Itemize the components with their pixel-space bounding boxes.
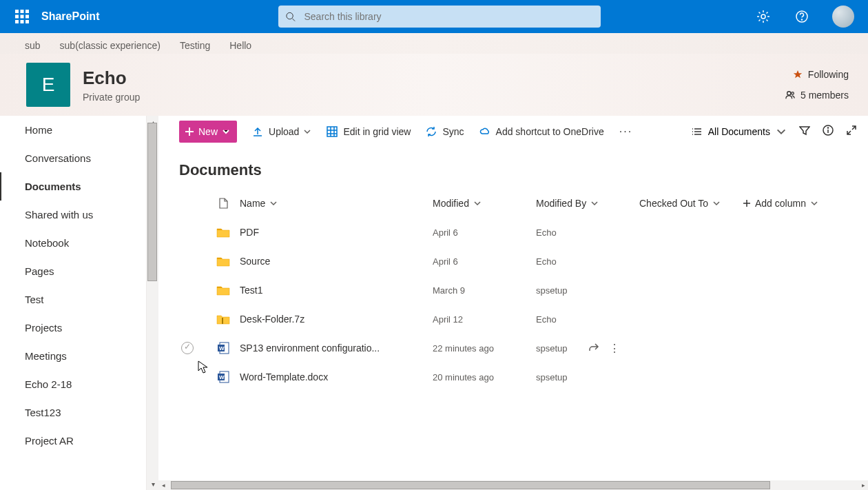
- top-link-item[interactable]: sub: [25, 40, 41, 51]
- sidebar-scrollbar[interactable]: ▴ ▾: [146, 116, 158, 490]
- table-row[interactable]: WWord-Template.docx20 minutes agospsetup: [168, 363, 868, 391]
- row-name[interactable]: SP13 environment configuratio...: [240, 343, 433, 354]
- edit-grid-button[interactable]: Edit in grid view: [327, 126, 411, 137]
- chevron-down-icon: [590, 199, 599, 207]
- site-name[interactable]: Echo: [83, 68, 140, 89]
- row-select[interactable]: [168, 342, 207, 354]
- top-link-item[interactable]: Testing: [180, 40, 210, 51]
- people-icon: [785, 90, 795, 100]
- members-label: 5 members: [800, 90, 849, 101]
- site-logo[interactable]: E: [26, 63, 70, 107]
- view-selector[interactable]: All Documents: [692, 126, 787, 137]
- sidebar-item[interactable]: Documents: [0, 172, 158, 201]
- sidebar-item[interactable]: Projects: [0, 314, 158, 342]
- row-more-button[interactable]: ⋮: [609, 342, 620, 355]
- row-name[interactable]: Word-Template.docx: [240, 371, 433, 382]
- sync-button[interactable]: Sync: [426, 126, 464, 137]
- table-row[interactable]: Test1March 9spsetup: [168, 276, 868, 305]
- upload-button[interactable]: Upload: [252, 126, 311, 137]
- column-checked-out[interactable]: Checked Out To: [639, 198, 743, 209]
- sidebar-item[interactable]: Meetings: [0, 342, 158, 370]
- table-row[interactable]: SourceApril 6Echo: [168, 247, 868, 276]
- sidebar[interactable]: HomeConversationsDocumentsShared with us…: [0, 116, 158, 490]
- add-shortcut-button[interactable]: Add shortcut to OneDrive: [479, 126, 604, 137]
- search-box[interactable]: [278, 6, 601, 28]
- row-modified-by[interactable]: Echo: [536, 227, 639, 238]
- top-link-item[interactable]: sub(classic experience): [60, 40, 161, 51]
- row-name[interactable]: Source: [240, 256, 433, 267]
- sidebar-item[interactable]: Home: [0, 116, 158, 144]
- suite-right: [747, 0, 862, 33]
- sidebar-item[interactable]: Project AR: [0, 427, 158, 455]
- sidebar-item[interactable]: Pages: [0, 257, 158, 285]
- row-modified: 22 minutes ago: [433, 343, 536, 354]
- column-name[interactable]: Name: [240, 198, 433, 209]
- help-button[interactable]: [785, 0, 818, 33]
- row-file-icon: [207, 256, 240, 267]
- row-modified: April 12: [433, 314, 536, 325]
- row-modified-by[interactable]: spsetup: [536, 343, 639, 354]
- following-button[interactable]: Following: [793, 69, 849, 80]
- edit-grid-label: Edit in grid view: [343, 126, 411, 137]
- sync-icon: [426, 126, 437, 137]
- members-button[interactable]: 5 members: [785, 90, 849, 101]
- sidebar-item[interactable]: Conversations: [0, 144, 158, 172]
- svg-point-11: [761, 14, 765, 19]
- horizontal-scrollbar[interactable]: ◂ ▸: [158, 480, 868, 490]
- more-commands-button[interactable]: ···: [619, 125, 632, 138]
- svg-text:W: W: [219, 374, 225, 380]
- sidebar-item[interactable]: Test: [0, 285, 158, 314]
- row-name[interactable]: PDF: [240, 227, 433, 238]
- row-name[interactable]: Test1: [240, 285, 433, 296]
- sidebar-item[interactable]: Echo 2-18: [0, 370, 158, 398]
- table-row[interactable]: PDFApril 6Echo: [168, 218, 868, 247]
- sidebar-item[interactable]: Notebook: [0, 229, 158, 257]
- expand-button[interactable]: [846, 125, 857, 139]
- filter-button[interactable]: [799, 125, 810, 139]
- column-label: Modified: [433, 198, 469, 209]
- row-modified-by[interactable]: spsetup: [536, 285, 639, 296]
- scroll-right-button[interactable]: ▸: [858, 480, 868, 490]
- add-column-label: Add column: [755, 198, 806, 209]
- new-button[interactable]: New: [179, 121, 237, 143]
- column-type[interactable]: [207, 198, 240, 209]
- grid-icon: [327, 126, 338, 137]
- share-button[interactable]: [588, 342, 599, 355]
- svg-text:W: W: [219, 345, 225, 351]
- column-modified-by[interactable]: Modified By: [536, 198, 639, 209]
- row-actions: ⋮: [588, 342, 620, 355]
- horizontal-scroll-thumb[interactable]: [171, 481, 770, 489]
- row-modified: April 6: [433, 227, 536, 238]
- column-modified[interactable]: Modified: [433, 198, 536, 209]
- sidebar-scroll-thumb[interactable]: [147, 123, 157, 281]
- app-launcher-button[interactable]: [6, 0, 39, 33]
- add-column-button[interactable]: Add column: [743, 198, 832, 209]
- help-icon: [795, 10, 809, 23]
- row-file-icon: [207, 314, 240, 325]
- row-modified-by[interactable]: Echo: [536, 256, 639, 267]
- table-row[interactable]: Desk-Folder.7zApril 12Echo: [168, 305, 868, 334]
- settings-button[interactable]: [747, 0, 780, 33]
- table-header: Name Modified Modified By Checked Out To: [168, 189, 868, 218]
- search-input[interactable]: [304, 11, 595, 22]
- sidebar-item[interactable]: Test123: [0, 398, 158, 427]
- table-row[interactable]: WSP13 environment configuratio...22 minu…: [168, 334, 868, 363]
- user-avatar[interactable]: [832, 6, 854, 28]
- svg-point-9: [287, 12, 293, 19]
- scroll-down-button[interactable]: ▾: [147, 478, 159, 490]
- scroll-left-button[interactable]: ◂: [158, 480, 168, 490]
- sidebar-wrap: HomeConversationsDocumentsShared with us…: [0, 116, 158, 490]
- svg-rect-34: [222, 318, 223, 324]
- chevron-down-icon: [269, 199, 278, 207]
- info-button[interactable]: [823, 125, 834, 139]
- list-icon: [692, 126, 703, 137]
- row-modified-by[interactable]: Echo: [536, 314, 639, 325]
- svg-point-13: [802, 19, 803, 20]
- site-actions: Following 5 members: [785, 69, 849, 101]
- app-name[interactable]: SharePoint: [41, 10, 99, 23]
- row-modified-by[interactable]: spsetup: [536, 372, 639, 382]
- top-link-item[interactable]: Hello: [229, 40, 251, 51]
- svg-rect-8: [25, 20, 29, 23]
- row-name[interactable]: Desk-Folder.7z: [240, 314, 433, 325]
- sidebar-item[interactable]: Shared with us: [0, 201, 158, 229]
